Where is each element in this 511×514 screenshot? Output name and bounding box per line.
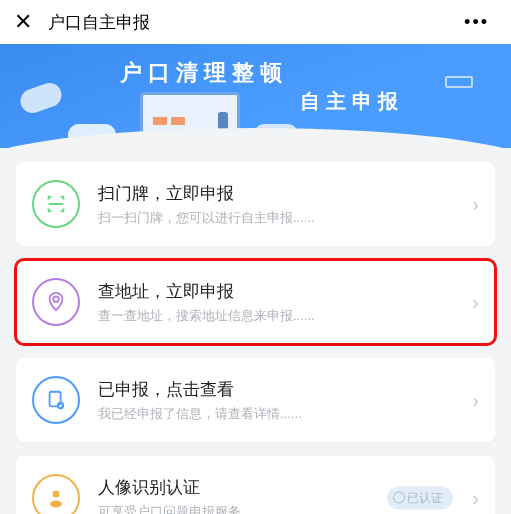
chevron-right-icon: › xyxy=(472,487,479,510)
banner: 户口清理整顿 自主申报 xyxy=(0,44,511,148)
page-title: 户口自主申报 xyxy=(48,11,150,34)
card-scan[interactable]: 扫门牌，立即申报 扫一扫门牌，您可以进行自主申报...... › xyxy=(16,162,495,246)
card-title: 扫门牌，立即申报 xyxy=(98,182,454,205)
banner-title-line2: 自主申报 xyxy=(300,88,404,115)
person-graphic xyxy=(218,112,228,138)
card-subtitle: 我已经申报了信息，请查看详情...... xyxy=(98,405,454,423)
dashboard-graphic xyxy=(445,76,473,88)
card-text: 已申报，点击查看 我已经申报了信息，请查看详情...... xyxy=(98,378,454,423)
cloud-graphic xyxy=(254,124,298,144)
banner-title-line1: 户口清理整顿 xyxy=(120,58,288,88)
card-face-id[interactable]: 人像识别认证 可享受户口问题申报服务 已认证 › xyxy=(16,456,495,514)
card-subtitle: 扫一扫门牌，您可以进行自主申报...... xyxy=(98,209,454,227)
card-title: 已申报，点击查看 xyxy=(98,378,454,401)
document-check-icon xyxy=(32,376,80,424)
card-text: 查地址，立即申报 查一查地址，搜索地址信息来申报...... xyxy=(98,280,454,325)
location-pin-icon xyxy=(32,278,80,326)
chevron-right-icon: › xyxy=(472,193,479,216)
card-search-address[interactable]: 查地址，立即申报 查一查地址，搜索地址信息来申报...... › xyxy=(16,260,495,344)
chevron-right-icon: › xyxy=(472,389,479,412)
more-icon[interactable]: ••• xyxy=(464,12,497,33)
chevron-right-icon: › xyxy=(472,291,479,314)
scan-icon xyxy=(32,180,80,228)
svg-point-4 xyxy=(50,501,62,508)
card-reported[interactable]: 已申报，点击查看 我已经申报了信息，请查看详情...... › xyxy=(16,358,495,442)
app-header: ✕ 户口自主申报 ••• xyxy=(0,0,511,44)
card-subtitle: 查一查地址，搜索地址信息来申报...... xyxy=(98,307,454,325)
cloud-graphic xyxy=(68,124,116,146)
card-text: 扫门牌，立即申报 扫一扫门牌，您可以进行自主申报...... xyxy=(98,182,454,227)
svg-point-0 xyxy=(53,297,59,303)
verified-badge: 已认证 xyxy=(387,487,453,510)
cloud-graphic xyxy=(17,80,65,117)
close-icon[interactable]: ✕ xyxy=(14,9,32,35)
header-left: ✕ 户口自主申报 xyxy=(14,9,150,35)
card-list: 扫门牌，立即申报 扫一扫门牌，您可以进行自主申报...... › 查地址，立即申… xyxy=(0,162,511,514)
card-title: 查地址，立即申报 xyxy=(98,280,454,303)
svg-point-3 xyxy=(53,491,60,498)
face-id-icon xyxy=(32,474,80,514)
